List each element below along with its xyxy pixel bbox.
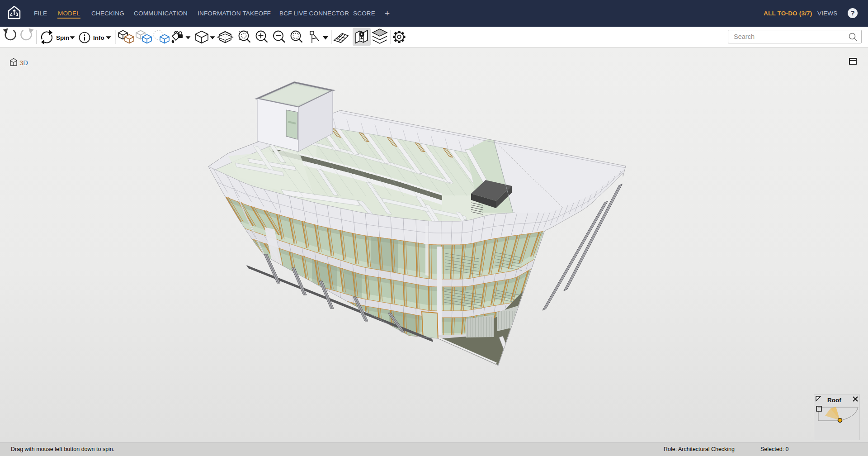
svg-text:Info: Info xyxy=(93,34,104,41)
svg-text:Spin: Spin xyxy=(56,34,69,41)
svg-text:3D: 3D xyxy=(19,59,28,66)
svg-text:Roof: Roof xyxy=(827,397,841,404)
